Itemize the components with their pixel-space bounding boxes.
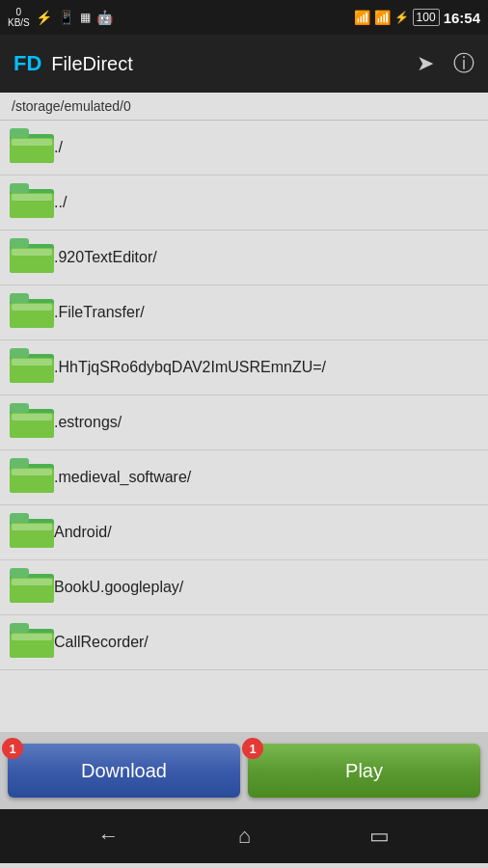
battery-value: 100 xyxy=(417,11,436,24)
folder-icon xyxy=(10,401,54,444)
file-name: .920TextEditor/ xyxy=(54,249,157,266)
svg-rect-11 xyxy=(12,249,52,256)
recent-nav-icon[interactable]: ▭ xyxy=(369,824,390,849)
app-logo: FD xyxy=(14,51,41,76)
file-name: .FileTransfer/ xyxy=(54,304,145,321)
folder-icon xyxy=(10,621,54,664)
folder-icon xyxy=(10,236,54,279)
status-bar: 0 KB/S ⚡ 📱 ▦ 🤖 📶 📶 ⚡ 100 16:54 xyxy=(0,0,488,35)
list-item[interactable]: CallRecorder/ xyxy=(0,615,488,670)
folder-icon xyxy=(10,566,54,609)
usb-icon: ⚡ xyxy=(36,10,52,25)
svg-rect-3 xyxy=(12,139,52,146)
bolt-icon: ⚡ xyxy=(394,11,409,24)
list-item[interactable]: .920TextEditor/ xyxy=(0,231,488,285)
file-name: CallRecorder/ xyxy=(54,634,149,651)
bottom-buttons: 1 Download 1 Play xyxy=(0,732,488,809)
status-right: 📶 📶 ⚡ 100 16:54 xyxy=(354,9,480,26)
phone-icon: 📱 xyxy=(58,10,74,25)
svg-rect-35 xyxy=(12,579,52,585)
file-name: .estrongs/ xyxy=(54,414,122,431)
svg-rect-7 xyxy=(12,194,52,201)
folder-icon xyxy=(10,126,54,169)
info-icon[interactable]: ⓘ xyxy=(453,49,474,78)
back-nav-icon[interactable]: ← xyxy=(98,824,120,849)
file-name: Android/ xyxy=(54,524,112,541)
file-name: ../ xyxy=(54,194,67,211)
folder-icon xyxy=(10,346,54,389)
svg-rect-1 xyxy=(10,128,29,138)
svg-rect-5 xyxy=(10,183,29,193)
wifi-icon: 📶 xyxy=(354,10,370,25)
svg-rect-15 xyxy=(12,304,52,311)
folder-icon xyxy=(10,181,54,224)
nav-bar: ← ⌂ ▭ xyxy=(0,809,488,863)
svg-rect-9 xyxy=(10,238,29,248)
svg-rect-27 xyxy=(12,469,52,475)
svg-rect-31 xyxy=(12,524,52,530)
list-item[interactable]: .HhTjqSRo6dybqDAV2ImUSREmnZU=/ xyxy=(0,340,488,395)
svg-rect-33 xyxy=(10,568,29,578)
list-item[interactable]: .estrongs/ xyxy=(0,395,488,450)
kb-value: 0 xyxy=(8,7,30,17)
list-item[interactable]: ../ xyxy=(0,176,488,231)
sd-icon: ▦ xyxy=(80,11,91,24)
svg-rect-39 xyxy=(12,634,52,640)
list-item[interactable]: ./ xyxy=(0,121,488,176)
svg-rect-13 xyxy=(10,293,29,303)
play-button[interactable]: Play xyxy=(248,744,480,798)
app-bar-right: ➤ ⓘ xyxy=(417,49,474,78)
list-item[interactable]: Android/ xyxy=(0,505,488,560)
file-list: ./../.920TextEditor/.FileTransfer/.HhTjq… xyxy=(0,121,488,732)
folder-icon xyxy=(10,291,54,334)
download-button[interactable]: Download xyxy=(8,744,240,798)
kb-unit: KB/S xyxy=(8,17,30,28)
download-badge: 1 xyxy=(2,738,23,759)
svg-rect-37 xyxy=(10,623,29,633)
status-left: 0 KB/S ⚡ 📱 ▦ 🤖 xyxy=(8,7,113,28)
list-item[interactable]: .medieval_software/ xyxy=(0,450,488,505)
app-bar-left: FD FileDirect xyxy=(14,51,133,76)
home-nav-icon[interactable]: ⌂ xyxy=(238,824,251,849)
svg-rect-19 xyxy=(12,359,52,366)
signal-icon: 📶 xyxy=(374,10,391,25)
play-badge: 1 xyxy=(242,738,263,759)
list-item[interactable]: BookU.googleplay/ xyxy=(0,560,488,615)
breadcrumb-path: /storage/emulated/0 xyxy=(12,98,131,114)
kb-counter: 0 KB/S xyxy=(8,7,30,28)
svg-rect-21 xyxy=(10,403,29,413)
folder-icon xyxy=(10,511,54,554)
list-item[interactable]: .FileTransfer/ xyxy=(0,285,488,340)
svg-rect-29 xyxy=(10,513,29,523)
svg-rect-17 xyxy=(10,348,29,358)
file-name: .HhTjqSRo6dybqDAV2ImUSREmnZU=/ xyxy=(54,359,326,376)
file-name: .medieval_software/ xyxy=(54,469,191,486)
app-title: FileDirect xyxy=(51,53,132,75)
breadcrumb: /storage/emulated/0 xyxy=(0,93,488,121)
android-icon: 🤖 xyxy=(96,10,113,25)
svg-rect-25 xyxy=(10,458,29,468)
download-label: Download xyxy=(81,760,167,782)
svg-rect-23 xyxy=(12,414,52,420)
download-wrapper: 1 Download xyxy=(8,744,240,798)
app-bar: FD FileDirect ➤ ⓘ xyxy=(0,35,488,93)
file-name: ./ xyxy=(54,139,63,156)
play-label: Play xyxy=(345,760,383,782)
clock: 16:54 xyxy=(444,10,480,26)
send-icon[interactable]: ➤ xyxy=(417,51,434,76)
file-name: BookU.googleplay/ xyxy=(54,579,183,596)
folder-icon xyxy=(10,456,54,499)
play-wrapper: 1 Play xyxy=(248,744,480,798)
battery-indicator: 100 xyxy=(413,9,440,26)
